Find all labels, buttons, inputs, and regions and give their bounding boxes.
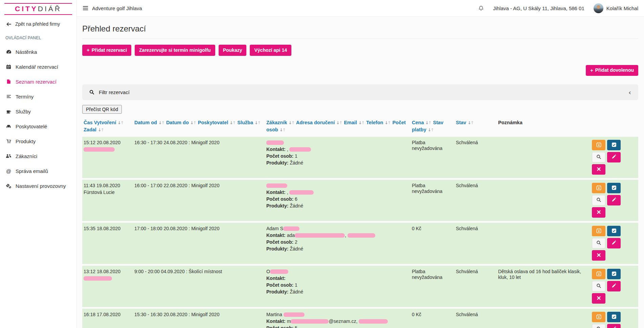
cancel-button[interactable] [592, 293, 605, 304]
default-api-14-button[interactable]: Výchozí api 14 [250, 45, 291, 56]
arrow-left-icon [5, 22, 12, 26]
sidebar-item-reservation-list[interactable]: Seznam rezervací [0, 74, 76, 89]
approve-button[interactable] [607, 269, 621, 279]
reschedule-button[interactable] [592, 226, 605, 236]
sidebar-item-terms[interactable]: Termíny [0, 89, 76, 104]
column-sort-sluzba[interactable]: Služba ↓↑ [237, 120, 261, 125]
sidebar-item-providers[interactable]: Poskytovatelé [0, 119, 76, 134]
main-area: Adventure golf Jihlava Jihlava - AG, U S… [77, 0, 644, 328]
edit-button[interactable] [607, 324, 621, 328]
button-label: Přidat rezervaci [92, 48, 127, 53]
text-fragment: ada [287, 233, 295, 238]
detail-button[interactable] [592, 324, 605, 328]
sidebar-item-customers[interactable]: Zákazníci [0, 149, 76, 163]
detail-button[interactable] [592, 195, 605, 205]
add-vacation-button[interactable]: + Přidat dovolenou [586, 65, 638, 76]
detail-button[interactable] [592, 152, 605, 162]
sidebar: CITYDIÁŘ Zpět na přehled firmy OVLÁDACÍ … [0, 0, 77, 328]
column-sort-telefon[interactable]: Telefon ↓↑ [366, 120, 391, 125]
column-sort-adresa-doruceni[interactable]: Adresa doručení ↓↑ [296, 120, 342, 125]
user-menu[interactable]: Kolařík Michal [594, 3, 638, 13]
edit-button[interactable] [607, 195, 621, 205]
reservation-term: 9:00 - 20:00 04.09.2020 : Školící místno… [134, 269, 261, 275]
sort-icon: ↓↑ [98, 127, 104, 132]
customers-icon [5, 154, 12, 158]
cell-actions [595, 226, 638, 261]
cell-creation: 16:18 17.08.2020 [84, 312, 134, 328]
read-qr-button[interactable]: Přečíst QR kód [82, 105, 122, 114]
notifications-bell-icon[interactable] [478, 5, 484, 11]
reservation-term: 16:30 - 17:30 24.08.2020 : Minigolf 2020 [134, 140, 261, 146]
edit-button[interactable] [607, 281, 621, 291]
sidebar-item-products[interactable]: Produkty [0, 134, 76, 149]
reschedule-button[interactable] [592, 269, 605, 279]
cancel-button[interactable] [592, 164, 605, 175]
column-sort-zakaznik[interactable]: Zákazník ↓↑ [266, 120, 295, 125]
cancel-button[interactable] [592, 207, 605, 218]
reschedule-button[interactable] [592, 140, 605, 150]
cell-note [498, 312, 595, 328]
contact-label: Kontakt: [266, 147, 286, 152]
check-square-icon [612, 228, 617, 234]
cell-note: Dětská oslava od 16 hod balíček klasik, … [498, 269, 595, 304]
cancel-button[interactable] [592, 250, 605, 261]
edit-button[interactable] [607, 238, 621, 248]
filter-reservations-bar[interactable]: Filtr rezervací ‹ [82, 84, 638, 100]
sort-icon: ↓↑ [117, 120, 124, 125]
hamburger-menu-icon[interactable] [83, 6, 88, 10]
filter-collapse-icon[interactable]: ‹ [628, 89, 631, 96]
contact-label: Kontakt: [266, 276, 286, 281]
column-sort-datum-do[interactable]: Datum do ↓↑ [166, 120, 197, 125]
created-by: Fürstová Lucie [84, 190, 129, 195]
location-selector[interactable]: Jihlava - AG, U Skály 11, Jihlava, 586 0… [493, 5, 584, 11]
add-reservation-button[interactable]: +Přidat rezervaci [82, 45, 131, 56]
sort-icon: ↓↑ [384, 120, 391, 125]
sidebar-item-dashboard[interactable]: Nástěnka [0, 44, 76, 59]
approve-button[interactable] [607, 226, 621, 236]
cell-actions [595, 140, 638, 175]
customer-name: O [266, 269, 406, 275]
text-fragment: , [287, 190, 290, 195]
reservation-row: 15:35 18.08.202017:00 - 18:00 20.08.2020… [82, 223, 638, 264]
app-logo[interactable]: CITYDIÁŘ [0, 0, 76, 15]
detail-button[interactable] [592, 238, 605, 248]
sidebar-item-reservation-calendar[interactable]: Kalendář rezervací [0, 59, 76, 74]
edit-button[interactable] [607, 152, 621, 162]
redacted-text [284, 312, 305, 317]
sidebar-item-venue-settings[interactable]: Nastavení provozovny [0, 178, 76, 193]
reschedule-button[interactable] [592, 183, 605, 193]
book-minigolf-term-button[interactable]: Zarezervujte si termín minigolfu [135, 45, 215, 56]
cell-price: Platba nevyžadována [412, 183, 456, 218]
approve-button[interactable] [607, 140, 621, 150]
redacted-text [266, 183, 287, 188]
products-label: Produkty: [266, 160, 288, 166]
vouchers-button[interactable]: Poukazy [219, 45, 247, 56]
sidebar-item-services[interactable]: Služby [0, 104, 76, 119]
sidebar-item-email-management[interactable]: @Správa emailů [0, 163, 76, 178]
sort-icon: ↓↑ [425, 120, 432, 125]
column-sort-email[interactable]: Email ↓↑ [344, 120, 365, 125]
column-sort-cena[interactable]: Cena ↓↑ [412, 120, 431, 125]
redacted-text [295, 233, 345, 238]
back-to-companies-link[interactable]: Zpět na přehled firmy [0, 15, 76, 27]
search-icon [596, 197, 601, 203]
approve-button[interactable] [607, 183, 621, 193]
column-sort-poskytovatel[interactable]: Poskytovatel ↓↑ [198, 120, 236, 125]
column-sort-stav[interactable]: Stav ↓↑ [456, 120, 474, 125]
text-fragment: Adam S [266, 226, 283, 231]
sort-icon: ↓↑ [229, 120, 236, 125]
sidebar-item-label: Kalendář rezervací [16, 64, 58, 70]
title-divider [82, 39, 638, 39]
cell-actions [595, 269, 638, 304]
created-time: 11:43 19.08.2020 [84, 183, 129, 189]
approve-button[interactable] [607, 312, 621, 322]
reschedule-button[interactable] [592, 312, 605, 322]
detail-button[interactable] [592, 281, 605, 291]
persons-label: Počet osob: [266, 239, 293, 245]
column-sort-cas-vytvoreni[interactable]: Čas Vytvoření ↓↑ [84, 120, 124, 125]
customer-contact: Kontakt: ada, [266, 233, 406, 238]
column-sort-zadal[interactable]: Zadal ↓↑ [84, 127, 104, 132]
column-sort-datum-od[interactable]: Datum od ↓↑ [134, 120, 165, 125]
check-square-icon [612, 185, 617, 191]
text-fragment: , [287, 147, 290, 152]
